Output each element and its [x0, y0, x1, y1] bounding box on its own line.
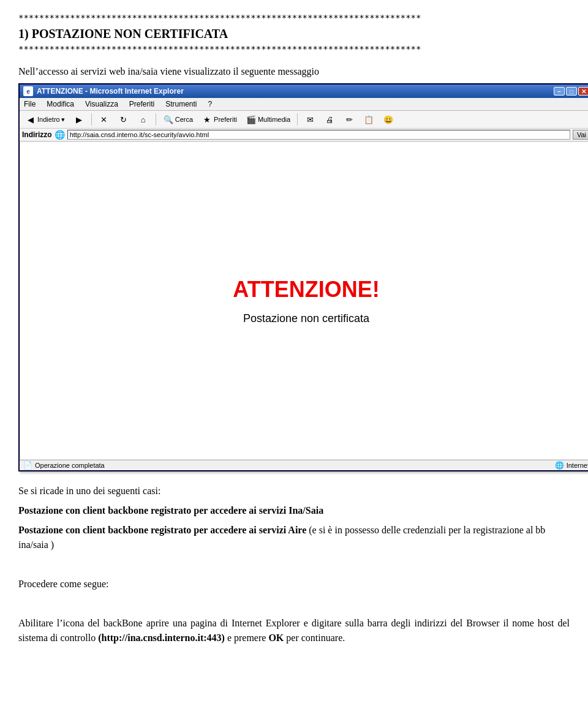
page-icon: 📄	[23, 461, 32, 470]
search-label: Cerca	[175, 116, 193, 123]
procedure-final: per continuare.	[284, 633, 345, 643]
procedure-text-block: Abilitare l’icona del backBone aprire un…	[18, 616, 570, 645]
stars-bottom: ****************************************…	[18, 43, 570, 56]
ie-statusbar-right: 🌐 Internet	[555, 461, 588, 470]
attenzione-heading: ATTENZIONE!	[233, 277, 379, 302]
postazione-text: Postazione non certificata	[233, 312, 379, 325]
menu-preferiti[interactable]: Preferiti	[127, 99, 156, 109]
procedure-url: (http://ina.cnsd.interno.it:443)	[98, 633, 225, 643]
cases-intro: Se si ricade in uno dei seguenti casi:	[18, 484, 570, 498]
discuss-icon: 📋	[363, 114, 374, 125]
security-zone-text: Internet	[567, 462, 588, 469]
ok-label: OK	[268, 633, 284, 643]
ie-content-inner: ATTENZIONE! Postazione non certificata	[233, 277, 379, 325]
back-label: Indietro	[37, 116, 60, 123]
stars-top: ****************************************…	[18, 12, 570, 24]
back-icon: ◀	[25, 114, 36, 125]
back-dropdown-icon: ▾	[61, 116, 65, 124]
multimedia-label: Multimedia	[258, 116, 290, 123]
multimedia-icon: 🎬	[246, 114, 257, 125]
menu-modifica[interactable]: Modifica	[45, 99, 76, 109]
ie-addressbar: Indirizzo 🌐 Vai	[20, 129, 588, 141]
ie-titlebar: e ATTENZIONE - Microsoft Internet Explor…	[20, 84, 588, 98]
menu-help[interactable]: ?	[206, 99, 214, 109]
favorites-button[interactable]: ★ Preferiti	[198, 113, 240, 126]
menu-file[interactable]: File	[22, 99, 37, 109]
menu-visualizza[interactable]: Visualizza	[83, 99, 120, 109]
case1-text: Postazione con client backbone registrat…	[18, 503, 570, 518]
back-button[interactable]: ◀ Indietro ▾	[22, 113, 68, 126]
body-section: Se si ricade in uno dei seguenti casi: P…	[18, 484, 570, 645]
print-button[interactable]: 🖨	[321, 113, 338, 126]
print-icon: 🖨	[324, 114, 335, 125]
address-input[interactable]	[67, 130, 570, 140]
home-icon: ⌂	[138, 114, 149, 125]
intro-paragraph: Nell’accesso ai servizi web ina/saia vie…	[18, 66, 570, 77]
toolbar-separator-2	[156, 113, 156, 126]
toolbar-separator-3	[297, 113, 298, 126]
section-title: 1) POSTAZIONE NON CERTIFICATA	[18, 27, 570, 41]
toolbar-separator-1	[91, 113, 92, 126]
ie-menubar: File Modifica Visualizza Preferiti Strum…	[20, 98, 588, 111]
ie-statusbar-left: 📄 Operazione completata	[23, 461, 105, 470]
procedure-intro: Procedere come segue:	[18, 577, 570, 591]
mail-button[interactable]: ✉	[301, 113, 318, 126]
address-label: Indirizzo	[22, 130, 52, 139]
mail-icon: ✉	[304, 114, 315, 125]
stop-button[interactable]: ✕	[96, 113, 113, 126]
case2-text: Postazione con client backbone registrat…	[18, 523, 570, 552]
menu-strumenti[interactable]: Strumenti	[164, 99, 198, 109]
ie-window-controls: – □ ✕	[554, 87, 588, 96]
forward-icon: ▶	[74, 114, 85, 125]
ie-titlebar-left: e ATTENZIONE - Microsoft Internet Explor…	[23, 86, 184, 96]
multimedia-button[interactable]: 🎬 Multimedia	[243, 113, 293, 126]
edit-button[interactable]: ✏	[341, 113, 358, 126]
refresh-icon: ↻	[118, 114, 129, 125]
home-button[interactable]: ⌂	[135, 113, 152, 126]
edit-icon: ✏	[344, 114, 355, 125]
messenger-icon: 😀	[383, 114, 394, 125]
favorites-label: Preferiti	[214, 116, 237, 123]
procedure-end: e premere	[225, 633, 269, 643]
forward-button[interactable]: ▶	[70, 113, 88, 126]
close-button[interactable]: ✕	[578, 87, 588, 96]
case2-bold: Postazione con client backbone registrat…	[18, 525, 306, 535]
ie-content: ATTENZIONE! Postazione non certificata	[20, 141, 588, 460]
messenger-button[interactable]: 😀	[380, 113, 397, 126]
statusbar-text: Operazione completata	[35, 462, 105, 469]
favorites-icon: ★	[202, 114, 213, 125]
case1-bold: Postazione con client backbone registrat…	[18, 505, 323, 516]
ie-toolbar: ◀ Indietro ▾ ▶ ✕ ↻ ⌂ 🔍 Cerca ★ Preferiti…	[20, 111, 588, 129]
ie-titlebar-text: ATTENZIONE - Microsoft Internet Explorer	[37, 87, 184, 96]
refresh-button[interactable]: ↻	[115, 113, 132, 126]
search-icon: 🔍	[163, 114, 174, 125]
search-button[interactable]: 🔍 Cerca	[160, 113, 196, 126]
ie-window: e ATTENZIONE - Microsoft Internet Explor…	[18, 83, 588, 471]
go-button[interactable]: Vai	[573, 130, 588, 140]
ie-statusbar: 📄 Operazione completata 🌐 Internet	[20, 460, 588, 470]
ie-window-icon: e	[23, 86, 33, 96]
address-globe-icon: 🌐	[55, 130, 65, 140]
restore-button[interactable]: □	[566, 87, 577, 96]
discuss-button[interactable]: 📋	[360, 113, 377, 126]
security-zone-icon: 🌐	[555, 461, 564, 470]
stop-icon: ✕	[99, 114, 110, 125]
minimize-button[interactable]: –	[554, 87, 565, 96]
